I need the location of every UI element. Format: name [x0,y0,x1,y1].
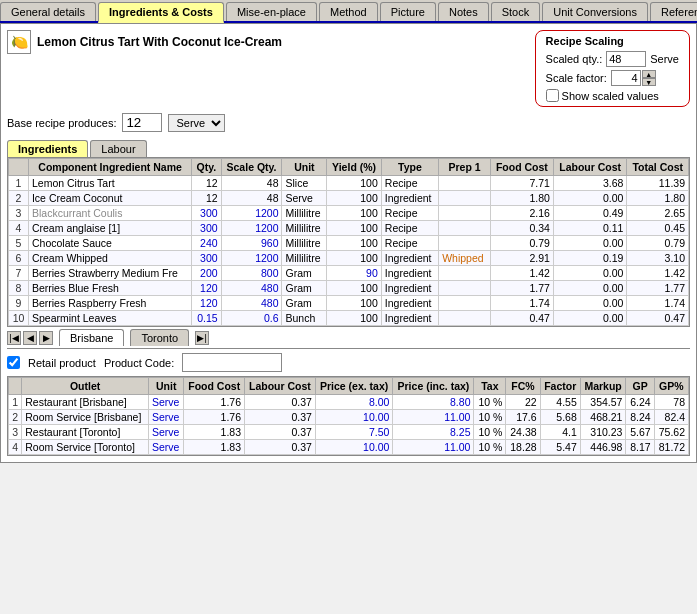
scaled-qty-row: Scaled qty.: Serve [546,51,679,67]
prow-unit: Serve [148,440,183,455]
row-labour-cost: 0.00 [553,191,627,206]
tab-stock[interactable]: Stock [491,2,541,21]
prow-gp-pct: 78 [654,395,688,410]
pcol-price-ex: Price (ex. tax) [315,378,393,395]
table-row: 9 Berries Raspberry Fresh 120 480 Gram 1… [9,296,689,311]
row-name: Berries Raspberry Fresh [28,296,191,311]
row-total-cost: 0.79 [627,236,689,251]
tab-method[interactable]: Method [319,2,378,21]
prow-markup: 468.21 [580,410,626,425]
col-scale-qty: Scale Qty. [221,159,282,176]
col-type: Type [381,159,438,176]
prow-outlet: Restaurant [Toronto] [22,425,149,440]
tab-mise-en-place[interactable]: Mise-en-place [226,2,317,21]
prow-factor: 5.68 [540,410,580,425]
row-type: Ingredient [381,266,438,281]
main-content: 🍋 Lemon Citrus Tart With Coconut Ice-Cre… [0,23,697,463]
row-yield: 100 [327,191,381,206]
retail-product-checkbox[interactable] [7,356,20,369]
tab-unit-conversions[interactable]: Unit Conversions [542,2,648,21]
tab-general-details[interactable]: General details [0,2,96,21]
spinner-up[interactable]: ▲ [642,70,656,78]
prow-fc-pct: 18.28 [506,440,540,455]
prow-food-cost: 1.83 [184,425,245,440]
nav-bar: |◀ ◀ ▶ Brisbane Toronto ▶| [7,329,690,349]
spinner-down[interactable]: ▼ [642,78,656,86]
scale-factor-input[interactable] [611,70,641,86]
row-prep1 [439,236,491,251]
nav-prev[interactable]: ◀ [23,331,37,345]
prow-gp: 5.67 [626,425,654,440]
pcol-num [9,378,22,395]
row-prep1 [439,311,491,326]
row-labour-cost: 3.68 [553,176,627,191]
prow-outlet: Room Service [Brisbane] [22,410,149,425]
col-prep1: Prep 1 [439,159,491,176]
row-qty: 300 [192,206,221,221]
row-yield: 100 [327,176,381,191]
nav-add[interactable]: ▶| [195,331,209,345]
prow-labour-cost: 0.37 [245,395,316,410]
prow-gp-pct: 82.4 [654,410,688,425]
prow-fc-pct: 22 [506,395,540,410]
product-code-input[interactable] [182,353,282,372]
row-name: Lemon Citrus Tart [28,176,191,191]
tab-notes[interactable]: Notes [438,2,489,21]
col-qty: Qty. [192,159,221,176]
nav-first[interactable]: |◀ [7,331,21,345]
row-scale-qty: 0.6 [221,311,282,326]
prow-price-ex: 8.00 [315,395,393,410]
row-num: 3 [9,206,29,221]
table-row: 3 Blackcurrant Coulis 300 1200 Millilitr… [9,206,689,221]
prow-markup: 446.98 [580,440,626,455]
row-food-cost: 0.79 [490,236,553,251]
row-type: Recipe [381,236,438,251]
row-yield: 100 [327,296,381,311]
row-unit: Millilitre [282,206,327,221]
prow-tax: 10 % [474,395,506,410]
prow-factor: 4.55 [540,395,580,410]
row-num: 7 [9,266,29,281]
prow-labour-cost: 0.37 [245,410,316,425]
location-toronto[interactable]: Toronto [130,329,189,346]
row-qty: 300 [192,221,221,236]
show-scaled-row: Show scaled values [546,89,679,102]
tab-labour[interactable]: Labour [90,140,146,157]
prow-markup: 354.57 [580,395,626,410]
table-row: 10 Spearmint Leaves 0.15 0.6 Bunch 100 I… [9,311,689,326]
scaled-qty-label: Scaled qty.: [546,53,603,65]
row-num: 9 [9,296,29,311]
row-labour-cost: 0.49 [553,206,627,221]
row-name: Berries Blue Fresh [28,281,191,296]
base-qty-input[interactable] [122,113,162,132]
scaled-qty-input[interactable] [606,51,646,67]
tab-ingredients[interactable]: Ingredients [7,140,88,157]
prow-tax: 10 % [474,440,506,455]
pcol-gp-pct: GP% [654,378,688,395]
table-row: 4 Room Service [Toronto] Serve 1.83 0.37… [9,440,689,455]
col-yield: Yield (%) [327,159,381,176]
prow-tax: 10 % [474,410,506,425]
row-name: Chocolate Sauce [28,236,191,251]
show-scaled-checkbox[interactable] [546,89,559,102]
tab-ingredients-costs[interactable]: Ingredients & Costs [98,2,224,23]
row-unit: Gram [282,296,327,311]
base-unit-select[interactable]: Serve [168,114,225,132]
prow-factor: 4.1 [540,425,580,440]
row-yield: 100 [327,251,381,266]
row-scale-qty: 48 [221,176,282,191]
row-total-cost: 1.74 [627,296,689,311]
row-name: Ice Cream Coconut [28,191,191,206]
row-labour-cost: 0.00 [553,266,627,281]
pcol-outlet: Outlet [22,378,149,395]
pcol-labour-cost: Labour Cost [245,378,316,395]
row-type: Recipe [381,221,438,236]
nav-next[interactable]: ▶ [39,331,53,345]
prow-unit: Serve [148,395,183,410]
location-brisbane[interactable]: Brisbane [59,329,124,346]
row-yield: 100 [327,236,381,251]
tab-picture[interactable]: Picture [380,2,436,21]
tab-references[interactable]: References [650,2,697,21]
pcol-gp: GP [626,378,654,395]
table-row: 8 Berries Blue Fresh 120 480 Gram 100 In… [9,281,689,296]
